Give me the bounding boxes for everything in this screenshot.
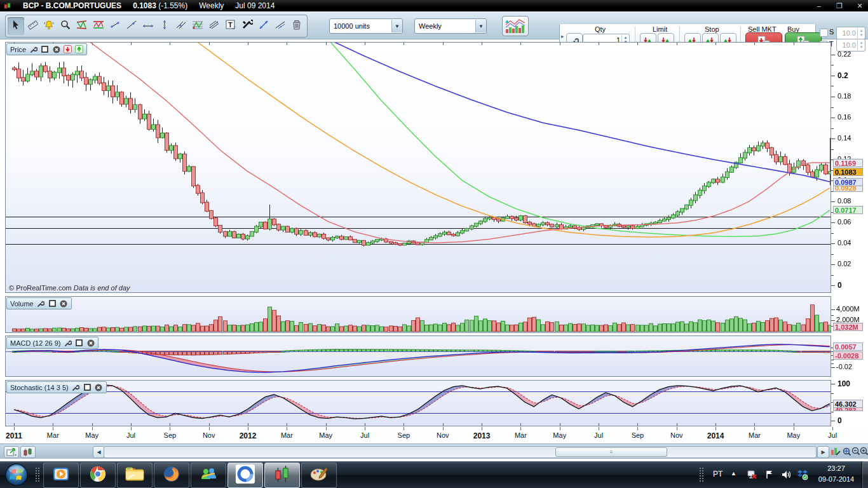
show-desktop-button[interactable] [862,461,868,488]
volume-last-tag: 1,032M [833,323,863,331]
taskbar-app-prorealtime-loader[interactable] [227,463,263,488]
dropbox-icon[interactable] [797,469,808,480]
stoch-k-tag: 46.302 [833,400,863,408]
copyright-note: © ProRealTime.com Data is end of day [9,284,130,292]
volume-speaker-icon[interactable] [780,469,792,480]
wrench-icon[interactable] [72,383,80,391]
price-panel-title: Price [10,46,26,53]
wrench-icon[interactable] [37,299,45,308]
macd-panel-title: MACD (12 26 9) [10,339,60,347]
volume-panel-title: Volume [10,300,34,308]
price-axis-label: 0.02 [837,260,851,268]
taskbar-app-messenger[interactable] [191,463,226,488]
buy-arrow-icon[interactable] [75,45,83,53]
close-icon[interactable] [60,299,68,308]
macd-line-tag: 0.0057 [833,342,863,351]
price-axis-label: 0 [837,281,842,290]
taskbar-clock[interactable]: 23:27 09-07-2014 [816,463,857,485]
stochastic-panel-title: Stochastic (14 3 5) [10,384,69,391]
taskbar-app-explorer[interactable] [117,463,153,488]
tray-expand-icon[interactable]: ▲ [731,470,736,477]
volume-panel-tab: Volume [6,297,72,309]
close-icon[interactable] [95,383,103,391]
taskbar-app-prorealtime-chart[interactable] [264,463,300,488]
price-axis-label: 0.06 [837,218,851,226]
price-axis-label: 0.14 [837,134,851,142]
messenger-icon [199,465,218,485]
detach-window-icon[interactable] [48,299,57,308]
ma-red-price-tag: 0.1169 [833,159,863,167]
ma-blue-price-tag: 0.0987 [833,178,863,186]
price-axis-label: 0.08 [837,197,851,205]
taskbar-app-firefox[interactable] [154,463,189,488]
paint-icon [309,465,329,485]
detach-window-icon[interactable] [83,383,92,391]
stoch-axis-label: 100 [837,379,850,388]
taskbar-grip [699,467,704,482]
price-axis-label: 0.2 [837,71,848,80]
prorealtime-loader-icon [235,464,255,487]
close-icon[interactable] [86,339,95,347]
detach-window-icon[interactable] [41,45,49,53]
start-button[interactable] [3,463,30,487]
price-axis-label: 0.18 [837,92,851,100]
chart-canvas[interactable] [0,0,868,461]
media-player-icon [51,464,71,486]
stoch-axis-label: 0 [837,416,842,425]
price-axis-label: 0.22 [837,50,851,58]
prorealtime-chart-icon [273,464,292,486]
wrench-icon[interactable] [64,339,72,347]
last-price-tag: 0.1083 [833,168,863,176]
taskbar-app-media-player[interactable] [43,463,79,488]
sell-arrow-icon[interactable] [64,45,72,53]
price-axis-label: 0.04 [837,239,851,247]
wrench-icon[interactable] [29,45,37,53]
close-icon[interactable] [52,45,60,53]
network-icon[interactable] [746,469,757,480]
price-panel-tab: Price [6,43,87,55]
ma-green-price-tag: 0.0717 [833,206,863,214]
taskbar-app-paint[interactable] [301,463,337,488]
price-axis-label: 0.16 [837,113,851,121]
action-center-flag-icon[interactable] [764,469,775,480]
stochastic-panel-tab: Stochastic (14 3 5) [6,381,107,393]
clock-date: 09-07-2014 [816,474,857,485]
language-indicator[interactable]: PT [713,470,722,478]
detach-window-icon[interactable] [75,339,83,347]
taskbar-app-chrome[interactable] [80,463,116,488]
macd-axis-label: -0.02 [836,363,852,370]
volume-axis-label: 4,000M [836,305,860,313]
desktop: BCP - B.COM.PORTUGUES 0.1083 (-1.55%) We… [0,0,868,488]
macd-hist-tag: -0.0028 [833,351,863,360]
taskbar-grip [35,467,40,482]
chrome-icon [88,464,107,486]
firefox-icon [162,464,181,486]
windows-logo-icon [3,463,30,487]
windows-taskbar: PT ▲ 23:27 09-07-2014 [0,461,868,488]
macd-panel-tab: MACD (12 26 9) [6,337,98,349]
clock-time: 23:27 [816,463,857,474]
explorer-icon [125,465,145,485]
